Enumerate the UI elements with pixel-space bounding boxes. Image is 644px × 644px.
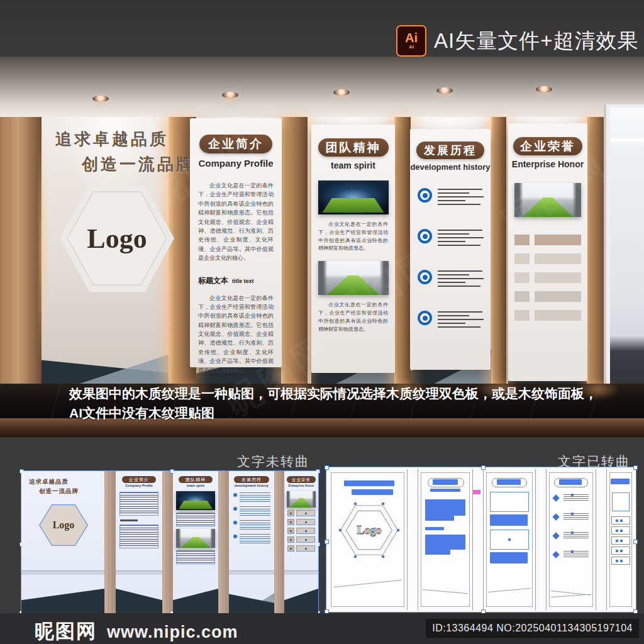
section-label: 标题文本title text: [198, 275, 274, 286]
mini-timeline-item: [233, 492, 270, 502]
mini-panel-team-spirit: 团队精神 team spirit: [173, 471, 218, 613]
mini-honor-row: [287, 519, 315, 525]
mini-pillar: [162, 471, 173, 613]
wf-paragraph-blob: [425, 499, 465, 516]
showroom-render: 追求卓越品质 创造一流品牌 Logo 企业简介 Company Profile …: [0, 57, 644, 437]
honor-row: [514, 253, 581, 264]
mini-timeline-lines: [240, 492, 270, 502]
mini-pillar: [104, 471, 116, 613]
wf-pillar: [596, 469, 607, 610]
mini-divider: [21, 570, 104, 575]
adobe-illustrator-icon: Ai AI: [396, 25, 426, 57]
stadium-photo: [318, 180, 389, 214]
panel-title-pill: 发展历程: [416, 142, 484, 159]
timeline-dot-icon: [418, 311, 432, 325]
honor-text-block: [535, 291, 581, 302]
mini-honor-row: [287, 528, 315, 534]
wf-timeline-lines: [564, 551, 589, 557]
mini-slogan-line1: 追求卓越品质: [29, 477, 79, 487]
mini-pillar: [274, 471, 284, 613]
wf-paragraph-blob: [425, 516, 454, 521]
label-text-not-outlined: 文字未转曲: [184, 453, 309, 470]
mini-text-block: [176, 513, 215, 526]
timeline-item: [418, 188, 484, 208]
section-label-en: title text: [232, 278, 254, 284]
glass-partition: [604, 104, 644, 419]
adjacent-room-view: [610, 108, 644, 416]
vector-preview-outlined: Logo: [326, 467, 636, 613]
timeline-text-lines: [438, 188, 484, 208]
wf-honor-row: [611, 557, 630, 565]
downlight-icon: [436, 87, 453, 94]
wf-timeline-diamond: [552, 513, 559, 520]
mini-wedge: [21, 584, 104, 613]
mini-corridor-photo: [287, 491, 316, 508]
site-name: 昵图网: [35, 618, 97, 644]
wf-honor-row: [611, 547, 630, 555]
wf-panel-logo: Logo: [331, 472, 404, 607]
footer-bar: 昵图网 www.nipic.com ID:13364494 NO:2025040…: [0, 613, 644, 644]
timeline-item: [418, 311, 484, 330]
section-label-cn: 标题文本: [198, 276, 228, 285]
wf-title-blob: [433, 479, 458, 485]
mini-text-block: [119, 492, 158, 516]
wf-image-frame: [612, 492, 630, 511]
wf-title-blob: [611, 479, 630, 484]
timeline-text-lines: [438, 229, 484, 248]
wf-timeline-diamond: [552, 551, 559, 558]
ai-badge-text: Ai: [405, 31, 418, 44]
timeline-text-lines: [438, 311, 484, 330]
wf-image-frame: [490, 492, 529, 512]
mini-title-pill: 团队精神: [179, 476, 213, 483]
mini-honor-row: [287, 510, 315, 516]
mini-timeline-lines: [240, 506, 270, 516]
mini-hexagon-selection: Logo: [39, 502, 88, 548]
mini-timeline-dot: [233, 493, 237, 497]
mini-logo-text: Logo: [53, 519, 75, 531]
downlight-icon: [92, 96, 109, 102]
honor-row: [514, 272, 581, 283]
panel-subtitle: team spirit: [311, 160, 395, 170]
mini-stadium-photo: [176, 491, 215, 510]
note-line-2: AI文件中没有木纹理贴图: [69, 403, 597, 423]
mini-honor-row: [287, 545, 315, 552]
photo-caption: 企业文化是在一定的条件下，企业生产经营和管理活动中所创造的具有该企业特色的精神财…: [318, 221, 388, 253]
mini-text-block: [119, 525, 158, 548]
wf-panel-development-history: [549, 472, 593, 607]
timeline-dot-icon: [418, 188, 432, 203]
wood-panel-left: [0, 117, 42, 384]
wf-wedge-line: [423, 589, 468, 594]
mini-timeline-lines: [240, 520, 270, 530]
wf-panel-company-profile: [421, 472, 470, 607]
wf-timeline-lines: [564, 513, 589, 519]
honor-badge-block: [514, 272, 530, 283]
honor-text-block: [535, 235, 581, 245]
wf-paragraph-blob: [490, 514, 528, 526]
mini-panel-development-history: 发展历程 development history: [229, 471, 274, 613]
wf-timeline-lines: [564, 494, 589, 501]
mini-wedge: [173, 584, 218, 613]
mini-hexagon: Logo: [40, 504, 87, 547]
wf-timeline-diamond: [552, 494, 559, 501]
mini-title-pill: 发展历程: [234, 476, 269, 483]
wf-pillar: [472, 469, 484, 610]
wf-label-blob: [425, 527, 444, 530]
honor-text-block: [535, 310, 581, 321]
ai-badge-subtext: AI: [409, 44, 414, 50]
mini-subtitle: development history: [229, 483, 274, 488]
wf-pillar: [407, 469, 418, 610]
wf-panel-team-spirit: [486, 472, 533, 607]
mini-title-pill: 企业简介: [122, 476, 156, 483]
mini-timeline-dot: [233, 535, 237, 538]
mini-subtitle: Company Profile: [116, 483, 162, 488]
panel-title-pill: 企业荣誉: [513, 137, 582, 155]
honor-text-block: [535, 272, 581, 283]
mini-divider: [116, 570, 162, 575]
panel-body-text: 企业文化是在一定的条件下，企业生产经营和管理活动中所创造的具有该企业特色的精神财…: [198, 181, 274, 263]
mini-slogan-line2: 创造一流品牌: [39, 487, 79, 496]
mini-wedge: [284, 584, 318, 613]
mini-timeline-dot: [233, 521, 237, 525]
panel-title-pill: 团队精神: [318, 138, 389, 157]
wf-paragraph-blob: [490, 552, 528, 564]
mini-honor-list: [284, 510, 318, 552]
